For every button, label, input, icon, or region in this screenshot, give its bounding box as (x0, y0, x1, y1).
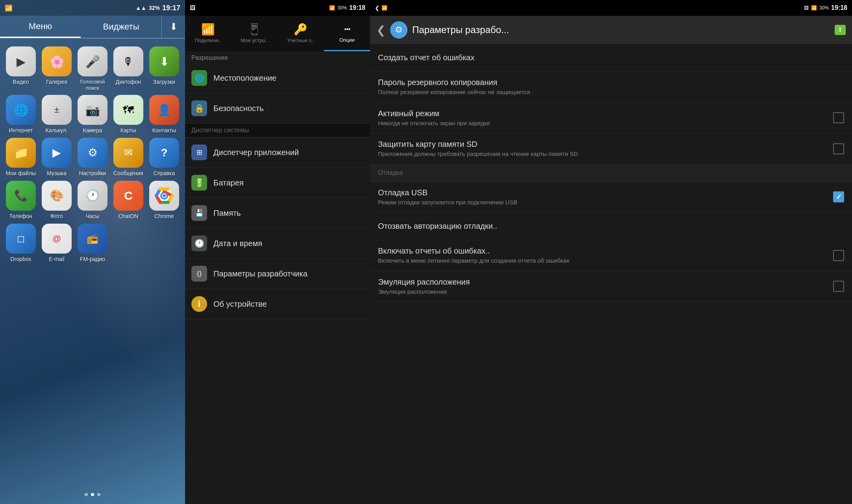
app-gallery[interactable]: 🌸 Галерея (40, 46, 74, 91)
app-help[interactable]: ? Справка (147, 138, 181, 177)
bug-reports-checkbox[interactable] (833, 250, 844, 261)
settings-item-developer[interactable]: {} Параметры разработчика (185, 259, 370, 289)
settings-item-battery[interactable]: 🔋 Батарея (185, 168, 370, 198)
options-icon: ··· (344, 23, 350, 35)
tab-options[interactable]: ··· Опции (324, 16, 370, 51)
app-icon-phone: 📞 (6, 181, 36, 211)
app-settings[interactable]: ⚙ Настройки (76, 138, 109, 177)
developer-list: Создать отчет об ошибках Пароль резервно… (370, 44, 852, 504)
app-label-clock: Часы (86, 213, 99, 220)
app-label-settings: Настройки (79, 170, 106, 177)
dev-item-mock-location[interactable]: Эмуляция расположения Эмуляция расположе… (370, 271, 852, 302)
app-internet[interactable]: 🌐 Интернет (4, 95, 38, 134)
app-label-music: Музыка (47, 170, 67, 177)
tab-download[interactable]: ⬇ (161, 16, 185, 38)
app-photos[interactable]: 🎨 Фото (40, 181, 74, 220)
tab-widgets[interactable]: Виджеты (81, 16, 161, 38)
tab-device[interactable]: 📱 Мое устро.. (232, 16, 278, 51)
debug-section-label: Отладка (378, 169, 403, 176)
protect-sd-checkbox[interactable] (833, 143, 844, 154)
dev-item-protect-sd[interactable]: Защитить карту памяти SD Приложения долж… (370, 133, 852, 165)
app-calc[interactable]: ± Калькул. (40, 95, 74, 134)
app-icon-camera: 📷 (78, 95, 107, 125)
dev-item-bug-report[interactable]: Создать отчет об ошибках (370, 44, 852, 72)
datetime-icon: 🕐 (191, 235, 207, 251)
settings-item-location[interactable]: 🌐 Местоположение (185, 63, 370, 93)
app-icon-gallery: 🌸 (42, 46, 72, 76)
status-bar-home: 📶 ▲▲ 32% 19:17 (0, 0, 185, 16)
app-camera[interactable]: 📷 Камера (76, 95, 109, 134)
dot-2[interactable] (91, 493, 94, 496)
appmanager-label: Диспетчер приложений (213, 148, 299, 157)
usb-debug-checkbox[interactable] (833, 191, 844, 202)
stay-awake-checkbox[interactable] (833, 112, 844, 123)
app-voice[interactable]: 🎤 Голосовой поиск (76, 46, 109, 91)
dev-item-revoke-debug[interactable]: Отозвать авторизацию отладки.. (370, 213, 852, 240)
bug-reports-subtitle: Включить в меню питания параметр для соз… (378, 257, 833, 265)
tab-connect[interactable]: 📶 Подключе.. (185, 16, 232, 51)
tab-menu[interactable]: Меню (0, 16, 81, 38)
settings-item-security[interactable]: 🔒 Безопасность (185, 93, 370, 124)
app-fmradio[interactable]: 📻 FM-радио (76, 224, 109, 263)
dev-status-left: ❮ 📶 (375, 5, 387, 11)
app-email[interactable]: @ E-mail (40, 224, 74, 263)
app-label-camera: Камера (83, 127, 102, 134)
tab-accounts-label: Учетные з.. (287, 37, 314, 43)
developer-icon: {} (191, 266, 207, 282)
mock-location-content: Эмуляция расположения Эмуляция расположе… (378, 278, 833, 296)
app-label-dropbox: Dropbox (11, 256, 31, 263)
dot-3[interactable] (97, 493, 100, 496)
app-downloads[interactable]: ⬇ Загрузки (147, 46, 181, 91)
settings-item-about[interactable]: i Об устройстве (185, 289, 370, 319)
app-icon-settings: ⚙ (78, 138, 107, 168)
app-music[interactable]: ▶ Музыка (40, 138, 74, 177)
dot-1[interactable] (85, 493, 88, 496)
app-label-voice: Голосовой поиск (76, 79, 109, 91)
mock-location-checkbox[interactable] (833, 281, 844, 292)
settings-list: Разрешения 🌐 Местоположение 🔒 Безопаснос… (185, 51, 370, 504)
app-chaton[interactable]: C ChatON (111, 181, 145, 220)
app-icon-contacts: 👤 (149, 95, 179, 125)
app-contacts[interactable]: 👤 Контакты (147, 95, 181, 134)
svg-point-4 (163, 194, 166, 197)
battery-icon-settings: 🔋 (191, 175, 207, 191)
app-icon-files: 📁 (6, 138, 36, 168)
dev-item-backup-password[interactable]: Пароль резервного копирования Полное рез… (370, 72, 852, 103)
about-icon: i (191, 296, 207, 312)
app-icon-clock: 🕐 (78, 181, 107, 211)
settings-item-memory[interactable]: 💾 Память (185, 198, 370, 228)
app-video[interactable]: ▶ Видео (4, 46, 38, 91)
backup-password-subtitle: Полное резервное копирование сейчас не з… (378, 88, 844, 96)
dev-item-stay-awake[interactable]: Активный режим Никогда не отключать экра… (370, 103, 852, 134)
usb-debug-content: Отладка USB Режим отладки запускается пр… (378, 188, 833, 206)
page-indicator (0, 489, 185, 504)
app-maps[interactable]: 🗺 Карты (111, 95, 145, 134)
tab-accounts[interactable]: 🔑 Учетные з.. (278, 16, 324, 51)
signal-icon: ▲▲ (135, 5, 146, 11)
app-label-photos: Фото (50, 213, 63, 220)
app-messages[interactable]: ✉ Сообщения (111, 138, 145, 177)
app-dropbox[interactable]: ◻ Dropbox (4, 224, 38, 263)
app-chrome[interactable]: Chrome (147, 181, 181, 220)
status-right-settings: 📶 30% 19:18 (329, 4, 365, 11)
screenshot-icon-dev: 🖼 (804, 5, 809, 11)
stay-awake-subtitle: Никогда не отключать экран при зарядке (378, 119, 833, 127)
app-dictaphone[interactable]: 🎙 Диктофон (111, 46, 145, 91)
battery-label: Батарея (213, 178, 244, 187)
home-tabs: Меню Виджеты ⬇ (0, 16, 185, 39)
dev-item-usb-debug[interactable]: Отладка USB Режим отладки запускается пр… (370, 182, 852, 213)
app-label-calc: Калькул. (46, 127, 68, 134)
app-files[interactable]: 📁 Мои файлы (4, 138, 38, 177)
app-icon-internet: 🌐 (6, 95, 36, 125)
status-bar-right: ▲▲ 32% 19:17 (135, 4, 180, 12)
memory-label: Память (213, 209, 241, 218)
settings-item-appmanager[interactable]: ⊞ Диспетчер приложений (185, 137, 370, 168)
app-clock[interactable]: 🕐 Часы (76, 181, 109, 220)
app-label-help: Справка (154, 170, 175, 177)
settings-item-datetime[interactable]: 🕐 Дата и время (185, 228, 370, 259)
backup-password-content: Пароль резервного копирования Полное рез… (378, 78, 844, 96)
protect-sd-title: Защитить карту памяти SD (378, 140, 833, 149)
dev-item-bug-reports[interactable]: Включать отчеты об ошибках.. Включить в … (370, 240, 852, 271)
back-button[interactable]: ❮ (376, 24, 385, 37)
app-phone[interactable]: 📞 Телефон (4, 181, 38, 220)
